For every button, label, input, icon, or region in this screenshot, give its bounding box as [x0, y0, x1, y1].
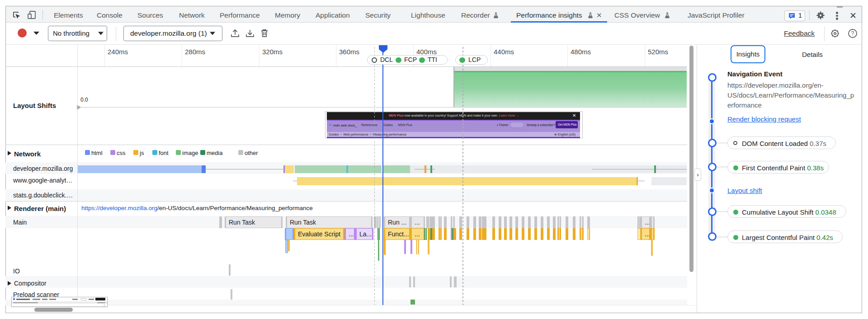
svg-text:?: ? [851, 30, 854, 37]
